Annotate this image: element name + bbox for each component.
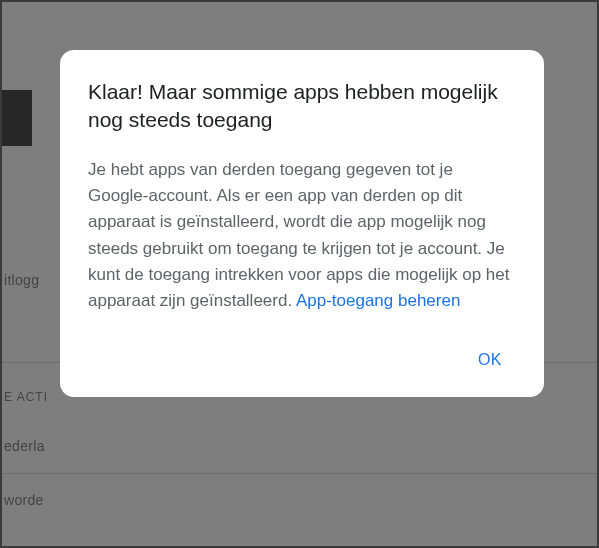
- ok-button[interactable]: OK: [464, 343, 516, 377]
- dialog-actions: OK: [88, 343, 516, 377]
- dialog-body-text: Je hebt apps van derden toegang gegeven …: [88, 160, 510, 311]
- manage-app-access-link[interactable]: App-toegang beheren: [296, 291, 460, 310]
- dialog-title: Klaar! Maar sommige apps hebben mogelijk…: [88, 78, 516, 135]
- dialog-body: Je hebt apps van derden toegang gegeven …: [88, 157, 516, 315]
- confirmation-dialog: Klaar! Maar sommige apps hebben mogelijk…: [60, 50, 544, 397]
